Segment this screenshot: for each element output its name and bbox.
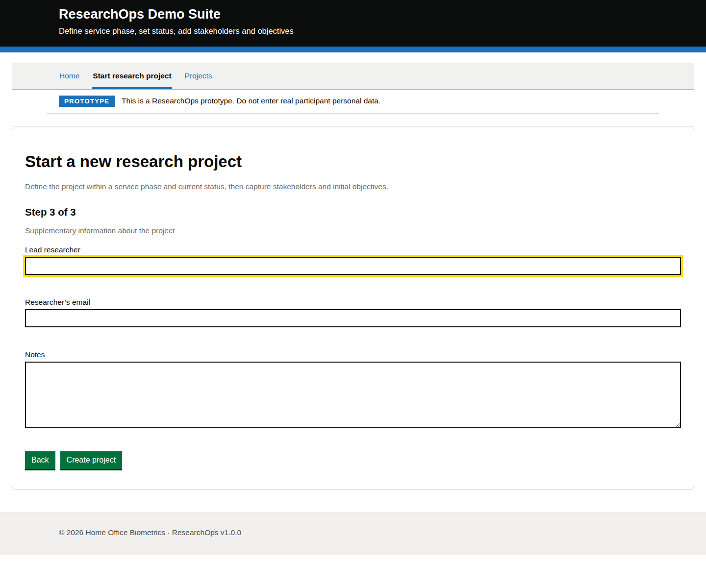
page-title: Start a new research project	[25, 153, 681, 171]
lead-researcher-field-group: Lead researcher	[25, 245, 681, 275]
back-button[interactable]: Back	[25, 451, 55, 469]
notes-textarea[interactable]	[25, 362, 681, 428]
header-accent-bar	[0, 47, 706, 52]
step-hint: Supplementary information about the proj…	[25, 226, 681, 235]
step-heading: Step 3 of 3	[25, 206, 681, 218]
notes-field-group: Notes	[25, 350, 681, 428]
footer-copyright-text: © 2026 Home Office Biometrics · Research…	[59, 528, 241, 537]
nav-tab-projects[interactable]: Projects	[184, 63, 213, 89]
form-actions: Back Create project	[25, 451, 681, 469]
nav-tab-start-research-project[interactable]: Start research project	[92, 63, 172, 89]
researcher-email-label: Researcher’s email	[25, 298, 681, 307]
lead-researcher-label: Lead researcher	[25, 245, 681, 254]
page-lede: Define the project within a service phas…	[25, 182, 681, 191]
app-subtitle: Define service phase, set status, add st…	[59, 26, 647, 36]
app-footer: © 2026 Home Office Biometrics · Research…	[0, 513, 706, 555]
app-title: ResearchOps Demo Suite	[59, 6, 647, 22]
prototype-banner: PROTOTYPE This is a ResearchOps prototyp…	[47, 96, 659, 114]
prototype-warning-text: This is a ResearchOps prototype. Do not …	[122, 97, 380, 105]
lead-researcher-input[interactable]	[25, 257, 681, 275]
researcher-email-field-group: Researcher’s email	[25, 298, 681, 327]
project-form: Lead researcher Researcher’s email Notes…	[25, 245, 681, 469]
nav-tab-home[interactable]: Home	[59, 63, 80, 89]
app-header: ResearchOps Demo Suite Define service ph…	[0, 0, 706, 47]
content-card: Start a new research project Define the …	[12, 126, 694, 490]
researcher-email-input[interactable]	[25, 309, 681, 327]
main-nav: Home Start research project Projects	[12, 63, 694, 90]
create-project-button[interactable]: Create project	[60, 451, 123, 469]
prototype-divider	[47, 113, 659, 114]
notes-label: Notes	[25, 350, 681, 359]
prototype-badge: PROTOTYPE	[59, 96, 115, 107]
